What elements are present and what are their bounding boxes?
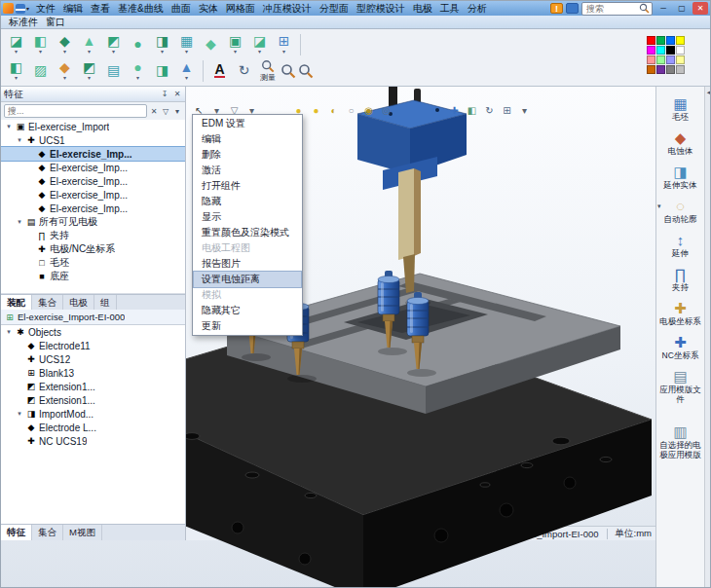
color-swatch[interactable] — [647, 65, 655, 74]
color-swatch[interactable] — [676, 46, 685, 55]
tree-item[interactable]: ✚电极/NC坐标系 — [1, 242, 185, 256]
color-swatch[interactable] — [656, 55, 665, 64]
context-menu-item[interactable]: 删除 — [194, 147, 301, 163]
maximize-button[interactable]: ▢ — [674, 2, 690, 15]
ribbon-tool[interactable]: ◪▾ — [248, 32, 271, 56]
tool-item[interactable]: ✚电极坐标系 — [656, 297, 704, 331]
chevron-down-icon[interactable]: ▾ — [63, 75, 66, 81]
ribbon-tool[interactable]: ◆▾ — [54, 32, 76, 56]
menu-item[interactable]: 网格面 — [222, 1, 259, 16]
tool-item[interactable]: ◆电蚀体 — [656, 127, 704, 161]
tool-item[interactable]: ✚NC坐标系 — [656, 331, 704, 365]
expand-icon[interactable]: ▾ — [16, 218, 23, 226]
ribbon-tool[interactable]: ◨▾ — [151, 32, 173, 56]
context-menu-item[interactable]: 更新 — [194, 318, 301, 334]
ribbon-tool[interactable]: ◆ — [200, 32, 222, 56]
expand-icon[interactable]: ▾ — [5, 123, 13, 130]
tree-item[interactable]: ◩Extension1... — [1, 393, 185, 407]
viewport-tool-icon[interactable]: ● — [309, 104, 323, 118]
color-swatch[interactable] — [666, 46, 675, 55]
chevron-down-icon[interactable]: ▾ — [185, 75, 188, 81]
color-swatch[interactable] — [676, 36, 685, 45]
ribbon-tool[interactable]: ◆▾ — [54, 58, 76, 83]
ribbon-tool[interactable]: ●▾ — [127, 58, 149, 83]
tab[interactable]: 组 — [94, 295, 117, 310]
viewport-tool-icon[interactable]: ⊞ — [500, 104, 514, 118]
expand-icon[interactable]: ▾ — [5, 328, 13, 336]
tab[interactable]: 电极 — [63, 295, 94, 310]
ribbon-tool[interactable]: ◨ — [151, 58, 173, 83]
chevron-down-icon[interactable]: ▾ — [112, 49, 115, 55]
viewport-tool-icon[interactable]: ◧ — [465, 104, 479, 118]
menu-item[interactable]: 分型面 — [316, 1, 353, 16]
tree-item[interactable]: ◆Electrode L... — [1, 421, 185, 434]
search-input[interactable] — [584, 3, 639, 15]
tree-item[interactable]: ◆Electrode11 — [1, 339, 185, 352]
zoom-icon[interactable] — [281, 63, 296, 79]
viewport-tool-icon[interactable]: ◐ — [326, 104, 341, 118]
clear-icon[interactable]: ✕ — [149, 107, 159, 116]
tree2-root-label[interactable]: El-exercise_Import-EI-000 — [18, 312, 125, 322]
context-menu-item[interactable]: 隐藏 — [194, 194, 301, 209]
viewport-tool-icon[interactable]: ↻ — [482, 104, 497, 118]
tool-item[interactable]: ▾◌自动轮廓 — [656, 195, 704, 229]
chevron-down-icon[interactable]: ▾ — [172, 107, 182, 116]
chevron-down-icon[interactable]: ▾ — [63, 49, 66, 55]
viewport-tool-icon[interactable]: ◉ — [361, 104, 376, 118]
menu-item[interactable]: 编辑 — [59, 1, 87, 16]
chevron-down-icon[interactable]: ▾ — [185, 49, 188, 55]
tool-item[interactable]: ◨延伸实体 — [656, 161, 704, 195]
ribbon-tool[interactable]: ▲▾ — [78, 32, 100, 56]
rotate-tool[interactable]: ↻ — [233, 58, 255, 83]
tab[interactable]: 特征 — [1, 525, 32, 540]
ribbon-tool[interactable]: ◪▾ — [5, 32, 27, 56]
ribbon-tool[interactable]: ◩▾ — [78, 58, 100, 83]
viewport-tool-icon[interactable]: ▾ — [517, 104, 532, 118]
filter-icon[interactable]: ▽ — [161, 107, 170, 116]
pin-icon[interactable]: ↧ — [160, 90, 169, 98]
color-swatch[interactable] — [656, 65, 665, 74]
ribbon-tool[interactable]: ● — [127, 32, 149, 56]
chevron-down-icon[interactable]: ▾ — [88, 75, 91, 81]
chevron-down-icon[interactable]: ▾ — [39, 49, 42, 55]
menu-item[interactable]: 实体 — [195, 1, 222, 16]
menu-item[interactable]: 工具 — [436, 1, 464, 16]
color-swatch[interactable] — [676, 55, 685, 64]
minimize-button[interactable]: ─ — [655, 2, 671, 15]
tool-item[interactable]: ↕延伸 — [656, 229, 704, 263]
color-swatch[interactable] — [656, 46, 665, 55]
menu-item[interactable]: 文件 — [32, 1, 59, 16]
tree-item[interactable]: ▾▣El-exercise_Import — [1, 120, 185, 133]
warning-icon[interactable]: ! — [550, 3, 563, 14]
context-menu-item[interactable]: 打开组件 — [194, 178, 301, 194]
menu-item[interactable]: 基准&曲线 — [114, 1, 168, 16]
ribbon-tool[interactable]: ▨ — [29, 58, 52, 83]
tree-item[interactable]: ■底座 — [1, 270, 185, 283]
measure-tool[interactable]: 测量 — [257, 59, 279, 82]
tree-item[interactable]: ◆El-exercise_Imp... — [1, 161, 185, 174]
save-icon[interactable] — [16, 4, 25, 14]
tree-item[interactable]: ◩Extension1... — [1, 380, 185, 393]
viewport-tool-icon[interactable]: ○ — [344, 104, 358, 118]
close-icon[interactable]: ✕ — [172, 90, 182, 98]
menu-item[interactable]: 查看 — [87, 1, 114, 16]
tree-item[interactable]: ∏夹持 — [1, 229, 185, 242]
ribbon-tool[interactable]: ▲▾ — [175, 58, 198, 83]
expand-icon[interactable]: ▾ — [16, 410, 23, 418]
notes-icon[interactable] — [566, 3, 579, 14]
tool-item[interactable]: ∏夹持 — [656, 263, 704, 297]
chevron-icon[interactable]: ▾ — [657, 202, 661, 210]
ribbon-tool[interactable]: ▣▾ — [224, 32, 246, 56]
ribbon-tool[interactable]: ◧▾ — [5, 58, 27, 83]
tree-item[interactable]: ⊞Blank13 — [1, 366, 185, 380]
tree-item[interactable]: ◆El-exercise_Imp... — [1, 174, 185, 188]
menu-item[interactable]: 曲面 — [168, 1, 195, 16]
tree-item[interactable]: □毛坯 — [1, 256, 185, 270]
context-menu-item[interactable]: 编辑 — [194, 131, 301, 147]
menu-item[interactable]: 电极 — [409, 1, 436, 16]
ribbon-tool[interactable]: ⊞▾ — [273, 32, 295, 56]
tree-item[interactable]: ✚UCS12 — [1, 352, 185, 366]
tree-search-input[interactable] — [4, 104, 147, 118]
tree-item[interactable]: ◆El-exercise_Imp... — [1, 147, 185, 161]
chevron-down-icon[interactable]: ▾ — [161, 49, 164, 55]
